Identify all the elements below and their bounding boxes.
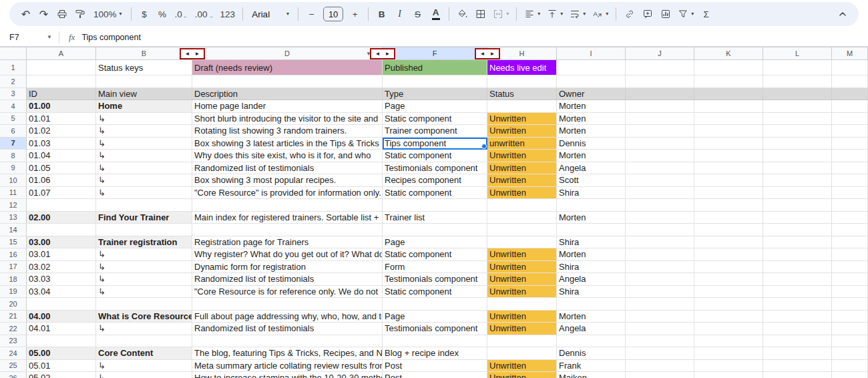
cell-K1[interactable] [694, 60, 763, 75]
cell-I24[interactable]: Dennis [557, 347, 626, 360]
cell-D9[interactable]: Randomized list of testimonials [192, 162, 383, 175]
cell-H22[interactable]: Unwritten [487, 323, 557, 335]
cell-H16[interactable]: Unwritten [487, 248, 557, 261]
cell-F5[interactable]: Static component [383, 113, 487, 126]
cell-A9[interactable]: 01.05 [27, 162, 96, 175]
cell-M25[interactable] [832, 360, 868, 373]
cell-F23[interactable] [383, 335, 487, 348]
cell-I11[interactable]: Shira [557, 187, 626, 200]
row-header-6[interactable]: 6 [0, 125, 27, 138]
cell-F12[interactable] [383, 199, 487, 212]
cell-K3[interactable] [694, 88, 763, 101]
cell-D18[interactable]: Randomized list of testimonials [192, 273, 383, 286]
cell-K14[interactable] [694, 224, 763, 236]
cell-F20[interactable] [383, 298, 487, 311]
row-header-20[interactable]: 20 [0, 298, 27, 311]
row-header-12[interactable]: 12 [0, 199, 27, 212]
cell-F19[interactable]: Static component [383, 286, 487, 299]
cell-F21[interactable]: Page [383, 311, 487, 323]
cell-K11[interactable] [694, 187, 763, 200]
cell-F14[interactable] [383, 224, 487, 236]
cell-A2[interactable] [27, 75, 96, 88]
cell-L14[interactable] [763, 224, 832, 236]
cell-L24[interactable] [763, 347, 832, 360]
cell-J11[interactable] [626, 187, 694, 200]
cell-L12[interactable] [763, 199, 832, 212]
cell-M22[interactable] [832, 323, 868, 335]
cell-I3[interactable]: Owner [557, 88, 626, 101]
functions-button[interactable]: Σ [698, 5, 714, 23]
cell-I5[interactable]: Morten [557, 113, 626, 126]
cell-L20[interactable] [763, 298, 832, 311]
cell-L10[interactable] [763, 174, 832, 187]
cell-M1[interactable] [832, 60, 868, 75]
format-percent-button[interactable]: % [154, 5, 171, 23]
cell-A4[interactable]: 01.00 [27, 100, 96, 113]
cell-K17[interactable] [694, 261, 763, 274]
cell-M20[interactable] [832, 298, 868, 311]
unhide-left-icon[interactable]: ◄ [375, 51, 381, 57]
row-header-10[interactable]: 10 [0, 174, 27, 187]
redo-icon-button[interactable]: ↷ [35, 5, 52, 23]
cell-I20[interactable] [557, 298, 626, 311]
cell-A7[interactable]: 01.03 [27, 138, 96, 150]
undo-icon-button[interactable]: ↶ [17, 5, 34, 23]
cell-M19[interactable] [832, 286, 868, 299]
cell-M6[interactable] [832, 125, 868, 138]
cell-B6[interactable]: ↳ [96, 125, 192, 138]
cell-K20[interactable] [694, 298, 763, 311]
cell-B10[interactable]: ↳ [96, 174, 192, 187]
cell-A15[interactable]: 03.00 [27, 236, 96, 249]
cell-H6[interactable]: Unwritten [487, 125, 557, 138]
cell-D26[interactable]: How to increase stamina with the 10-20-3… [192, 372, 383, 378]
cell-M17[interactable] [832, 261, 868, 274]
row-header-13[interactable]: 13 [0, 212, 27, 224]
cell-I23[interactable] [557, 335, 626, 348]
cell-L19[interactable] [763, 286, 832, 299]
text-rotation-icon-button[interactable]: A▾ [590, 5, 611, 23]
cell-A18[interactable]: 03.03 [27, 273, 96, 286]
cell-D15[interactable]: Registration page for Trainers [192, 236, 383, 249]
cell-K13[interactable] [694, 212, 763, 224]
row-header-19[interactable]: 19 [0, 286, 27, 299]
cell-J19[interactable] [626, 286, 694, 299]
cell-A12[interactable] [27, 199, 96, 212]
cell-A14[interactable] [27, 224, 96, 236]
column-header-L[interactable]: L [763, 47, 832, 60]
cell-F10[interactable]: Recipes component [383, 174, 487, 187]
cell-B19[interactable]: ↳ [96, 286, 192, 299]
cell-F3[interactable]: Type [383, 88, 487, 101]
cell-J4[interactable] [626, 100, 694, 113]
cell-L5[interactable] [763, 113, 832, 126]
cell-B2[interactable] [96, 75, 192, 88]
cell-M12[interactable] [832, 199, 868, 212]
borders-icon-button[interactable] [472, 5, 489, 23]
cell-J3[interactable] [626, 88, 694, 101]
row-header-22[interactable]: 22 [0, 323, 27, 335]
row-header-9[interactable]: 9 [0, 162, 27, 175]
cell-I14[interactable] [557, 224, 626, 236]
row-header-21[interactable]: 21 [0, 311, 27, 323]
decrease-decimal-button[interactable]: .0← [172, 5, 191, 23]
cell-D13[interactable]: Main index for registered trainers. Sort… [192, 212, 383, 224]
cell-H3[interactable]: Status [487, 88, 557, 101]
cell-L22[interactable] [763, 323, 832, 335]
cell-K10[interactable] [694, 174, 763, 187]
cell-F13[interactable]: Trainer list [383, 212, 487, 224]
more-formats-button[interactable]: 123 [218, 5, 238, 23]
cell-J16[interactable] [626, 248, 694, 261]
cell-I8[interactable]: Morten [557, 150, 626, 162]
cell-D21[interactable]: Full about page addressing why, who, how… [192, 311, 383, 323]
cell-D24[interactable]: The blog, featuring Tips & Tricks, Recip… [192, 347, 383, 360]
zoom-select-button[interactable]: 100%▾ [89, 5, 126, 23]
cell-L13[interactable] [763, 212, 832, 224]
font-family-button[interactable]: Arial▾ [248, 5, 293, 23]
cell-H15[interactable] [487, 236, 557, 249]
cell-M13[interactable] [832, 212, 868, 224]
cell-B25[interactable]: ↳ [96, 360, 192, 373]
select-all-corner[interactable] [0, 47, 27, 60]
cell-A21[interactable]: 04.00 [27, 311, 96, 323]
cell-H20[interactable] [487, 298, 557, 311]
row-header-25[interactable]: 25 [0, 360, 27, 373]
cell-B5[interactable]: ↳ [96, 113, 192, 126]
